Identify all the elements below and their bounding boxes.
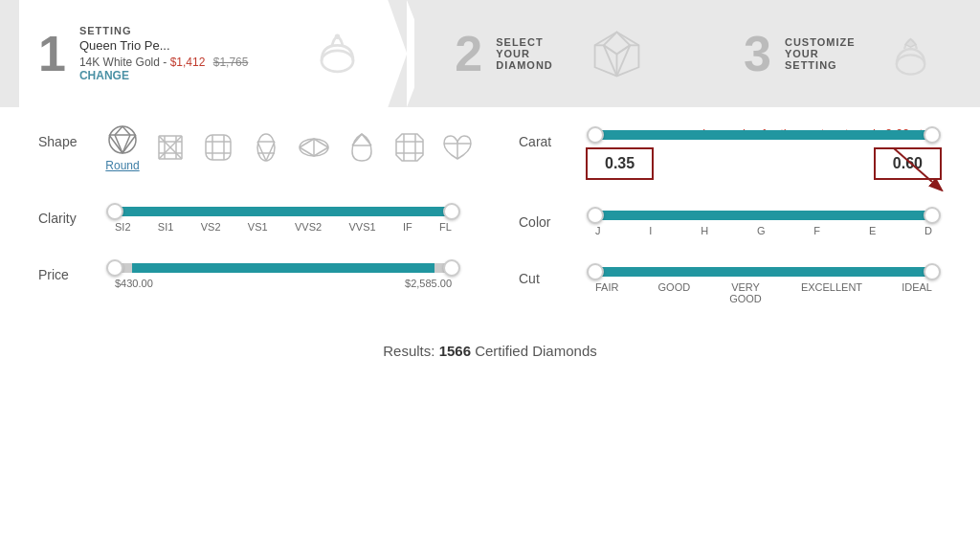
shape-cushion[interactable]: [201, 130, 235, 165]
shape-pear[interactable]: [345, 130, 379, 165]
shape-label: Shape: [38, 123, 105, 149]
svg-line-49: [352, 134, 362, 145]
carat-thumb-right[interactable]: [924, 126, 941, 144]
color-track: [595, 211, 932, 220]
price-control: $430.00 $2,585.00: [105, 256, 461, 289]
step-2-title2: DIAMOND: [496, 59, 575, 71]
clarity-tick-if: IF: [403, 221, 412, 233]
cut-thumb-right[interactable]: [924, 263, 941, 280]
step-2-number: 2: [455, 29, 482, 78]
clarity-tick-si2: SI2: [115, 221, 131, 233]
color-thumb-right[interactable]: [924, 207, 941, 224]
results-bar: Results: 1566 Certified Diamonds: [38, 327, 942, 359]
step-1-change-link[interactable]: CHANGE: [79, 69, 129, 82]
clarity-row: Clarity SI2 SI1 VS2 VS1 VVS2: [38, 199, 461, 233]
clarity-tick-si1: SI1: [158, 221, 174, 233]
svg-marker-12: [905, 38, 916, 46]
cut-tick-excellent: EXCELLENT: [801, 281, 862, 293]
cut-tick-good: GOOD: [658, 281, 691, 293]
cut-control: FAIR GOOD VERYGOOD EXCELLENT IDEAL: [586, 259, 942, 304]
shape-round[interactable]: Round: [105, 123, 140, 172]
carat-label: Carat: [519, 123, 586, 149]
color-tick-e: E: [869, 225, 876, 236]
filter-area: maximum size for the center stone is 0.6…: [0, 107, 980, 359]
shape-row: Shape: [38, 123, 461, 176]
cut-row: Cut FAIR GOOD VERYGOOD EXCELLENT IDEAL: [519, 259, 942, 304]
shape-emerald[interactable]: [392, 130, 427, 165]
step-1-icon: [305, 28, 368, 80]
color-tick-j: J: [595, 225, 601, 236]
svg-marker-51: [396, 134, 423, 161]
shape-princess[interactable]: [153, 130, 188, 165]
step-1-price-original: $1,765: [213, 56, 249, 69]
price-thumb-left[interactable]: [106, 259, 123, 277]
svg-point-11: [897, 55, 924, 74]
annotation-arrow-svg: [836, 144, 951, 191]
step-1-number: 1: [38, 29, 66, 78]
step-1-subtitle: Queen Trio Pe...: [79, 38, 296, 53]
color-tick-labels: J I H G F E D: [586, 225, 942, 236]
svg-rect-32: [206, 135, 231, 160]
price-thumb-right[interactable]: [443, 259, 460, 277]
results-prefix: Results:: [383, 343, 438, 359]
clarity-label: Clarity: [38, 199, 105, 226]
step-3-number: 3: [744, 29, 771, 78]
shape-icons: Round: [105, 123, 475, 172]
step-3-info: CUSTOMIZE YOUR SETTING: [785, 36, 870, 71]
clarity-tick-labels: SI2 SI1 VS2 VS1 VVS2 VVS1 IF FL: [105, 221, 461, 233]
cut-slider[interactable]: FAIR GOOD VERYGOOD EXCELLENT IDEAL: [586, 267, 942, 304]
cut-track: [595, 267, 932, 277]
clarity-tick-vvs2: VVS2: [295, 221, 322, 233]
step-bar: 1 SETTING Queen Trio Pe... 14K White Gol…: [0, 0, 980, 107]
shape-round-label[interactable]: Round: [105, 159, 139, 172]
shape-oval[interactable]: [249, 130, 283, 165]
carat-thumb-left[interactable]: [587, 126, 604, 144]
step-1-material: 14K White Gold: [79, 56, 160, 69]
carat-slider[interactable]: [586, 130, 942, 140]
results-suffix: Certified Diamonds: [471, 343, 597, 359]
color-slider[interactable]: J I H G F E D: [586, 211, 942, 236]
clarity-tick-vs1: VS1: [248, 221, 268, 233]
step-2-icon: [586, 28, 649, 80]
clarity-thumb-right[interactable]: [443, 203, 460, 220]
color-tick-f: F: [813, 225, 820, 236]
two-col: Shape: [38, 123, 942, 327]
shape-heart[interactable]: [440, 130, 475, 165]
clarity-slider[interactable]: SI2 SI1 VS2 VS1 VVS2 VVS1 IF FL: [105, 207, 461, 233]
step-3: 3 CUSTOMIZE YOUR SETTING: [724, 0, 961, 107]
clarity-control: SI2 SI1 VS2 VS1 VVS2 VVS1 IF FL: [105, 199, 461, 233]
cut-tick-ideal: IDEAL: [902, 281, 932, 293]
svg-line-40: [257, 142, 266, 161]
shape-marquise[interactable]: [297, 130, 331, 165]
step-1: 1 SETTING Queen Trio Pe... 14K White Gol…: [19, 0, 407, 107]
results-count: 1566: [439, 343, 471, 359]
color-tick-g: G: [757, 225, 766, 236]
price-track: [115, 263, 452, 273]
color-row: Color J I H G F E: [519, 203, 942, 236]
cut-tick-labels: FAIR GOOD VERYGOOD EXCELLENT IDEAL: [586, 281, 942, 304]
color-thumb-left[interactable]: [587, 207, 604, 224]
shape-control: Round: [105, 123, 475, 176]
svg-marker-3: [604, 32, 631, 54]
cut-thumb-left[interactable]: [587, 263, 604, 280]
step-2-title: SELECT YOUR: [496, 36, 575, 59]
color-tick-d: D: [924, 225, 932, 236]
clarity-thumb-left[interactable]: [106, 203, 123, 220]
svg-line-41: [266, 142, 275, 161]
step-1-price-current: $1,412: [170, 56, 206, 69]
price-max: $2,585.00: [405, 278, 452, 289]
svg-point-1: [335, 34, 341, 39]
price-slider[interactable]: $430.00 $2,585.00: [105, 263, 461, 289]
price-label: Price: [38, 256, 105, 282]
cut-label: Cut: [519, 259, 586, 286]
color-tick-h: H: [701, 225, 708, 236]
cut-tick-very-good: VERYGOOD: [729, 281, 762, 304]
step-1-price: 14K White Gold - $1,412 $1,765 CHANGE: [79, 56, 296, 82]
cut-tick-fair: FAIR: [595, 281, 618, 293]
svg-line-50: [362, 134, 371, 145]
clarity-tick-fl: FL: [439, 221, 452, 233]
step-3-title: CUSTOMIZE: [785, 36, 870, 48]
color-tick-i: I: [649, 225, 652, 236]
step-3-icon: [879, 28, 942, 80]
step-2: 2 SELECT YOUR DIAMOND: [435, 0, 696, 107]
